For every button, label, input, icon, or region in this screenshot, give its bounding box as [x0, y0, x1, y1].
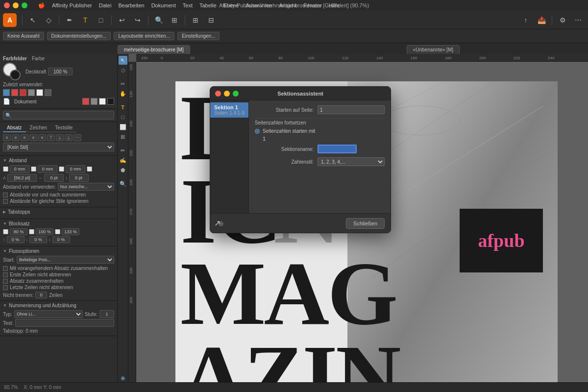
tool-crop[interactable]: ✂: [119, 79, 127, 88]
nummerierung-header[interactable]: ▼ Nummerierung und Aufzählung: [3, 303, 114, 308]
settings-btn[interactable]: ⚙: [556, 13, 569, 27]
tool-shape2[interactable]: □: [119, 113, 127, 122]
flow-cb-letzte[interactable]: [3, 285, 8, 290]
leading-input[interactable]: [69, 174, 89, 182]
blocksatz-header[interactable]: ▼ Blocksatz: [3, 221, 114, 226]
tool-text[interactable]: T: [78, 13, 92, 27]
doc-swatch-red[interactable]: [82, 98, 89, 105]
tab-absatz[interactable]: Absatz: [3, 124, 26, 132]
tool-node2[interactable]: ◇: [119, 66, 127, 74]
menu-dokument[interactable]: Dokument: [148, 1, 179, 9]
publish-btn[interactable]: 📤: [535, 13, 548, 27]
block-input-1[interactable]: [10, 228, 27, 235]
tab-unnamed[interactable]: «Unbenannte» [M]: [407, 45, 460, 54]
menu-datei[interactable]: Datei: [96, 1, 115, 9]
zoom-fit[interactable]: ⊞: [168, 13, 181, 27]
block-input-6[interactable]: [52, 236, 70, 243]
block-input-4[interactable]: [7, 236, 24, 243]
tool-arrow[interactable]: ↖: [119, 56, 127, 65]
flussoptionen-header[interactable]: ▼ Flussoptionen: [3, 248, 114, 254]
recent-color-blue[interactable]: [3, 89, 10, 96]
doc-swatch-gray[interactable]: [91, 98, 98, 105]
text-input[interactable]: [15, 319, 114, 327]
tool-pen[interactable]: ✒: [63, 13, 76, 27]
keine-auswahl-btn[interactable]: Keine Auswahl: [3, 32, 44, 40]
tool-fill[interactable]: ⬟: [119, 166, 127, 174]
sektionsname-input[interactable]: [318, 145, 357, 153]
recent-color-dark[interactable]: [45, 89, 51, 96]
block-input-2[interactable]: [36, 228, 53, 235]
menu-tabelle[interactable]: Tabelle: [196, 1, 220, 9]
tab-main-document[interactable]: mehrseitige-broschuere [M]: [118, 45, 190, 54]
tool-pencil[interactable]: ✍: [119, 156, 127, 165]
spacing-input-1[interactable]: [10, 165, 29, 173]
guide-btn[interactable]: ⊟: [204, 13, 218, 27]
style-select[interactable]: [Kein Stil]: [3, 143, 114, 151]
share-btn[interactable]: ↑: [519, 13, 533, 27]
redo-btn[interactable]: ↪: [131, 13, 145, 27]
section-item-1[interactable]: Sektion 1 Seiten 1-9 1-9: [210, 102, 248, 118]
tool-zoom[interactable]: 🔍: [119, 179, 127, 188]
align-mid[interactable]: ⊥: [56, 134, 64, 141]
tool-vector[interactable]: ✏: [119, 146, 127, 155]
zoom-in[interactable]: 🔍: [152, 13, 166, 27]
undo-btn[interactable]: ↩: [115, 13, 129, 27]
close-button[interactable]: [4, 2, 10, 8]
tabstopps-header[interactable]: ▶ Tabstopps: [3, 209, 114, 215]
align-right[interactable]: ≡: [21, 134, 28, 141]
align-force[interactable]: ≡: [38, 134, 46, 141]
spacing-input-3[interactable]: [66, 165, 85, 173]
nicht-trennen-input[interactable]: [35, 292, 47, 298]
align-justify[interactable]: ≡: [29, 134, 37, 141]
grid-btn[interactable]: ⊞: [189, 13, 202, 27]
doc-swatch-white[interactable]: [99, 98, 106, 105]
doc-swatch-black[interactable]: [107, 98, 114, 105]
recent-color-red2[interactable]: [20, 89, 26, 96]
tracking-input[interactable]: [44, 174, 64, 182]
flow-cb-erste[interactable]: [3, 272, 8, 277]
menu-text[interactable]: Text: [180, 1, 196, 9]
menu-affinity[interactable]: Affinity Publisher: [49, 1, 95, 9]
maximize-button[interactable]: [22, 2, 27, 8]
tab-textstile[interactable]: Textstile: [51, 124, 76, 132]
tool-select[interactable]: ↖: [26, 13, 40, 27]
tool-pan[interactable]: ✋: [119, 89, 127, 98]
dialog-close[interactable]: [215, 91, 221, 97]
typ-select[interactable]: Ohne Li...: [14, 310, 83, 318]
starten-auf-seite-input[interactable]: [318, 105, 385, 114]
color-circles[interactable]: [3, 63, 21, 80]
dialog-minimize[interactable]: [224, 91, 230, 97]
tab-zeichen[interactable]: Zeichen: [26, 124, 51, 132]
start-select[interactable]: Beliebige Posi...: [17, 256, 114, 264]
tool-table[interactable]: ⊞: [119, 132, 127, 141]
abstand-vor-select[interactable]: Nur zwische...: [58, 183, 114, 191]
cb-ignorieren[interactable]: [3, 199, 8, 204]
flow-cb-zusammenhalten[interactable]: [3, 266, 8, 271]
recent-color-white[interactable]: [36, 89, 43, 96]
more-btn[interactable]: ⋯: [571, 13, 585, 27]
cb-summieren[interactable]: [3, 193, 8, 197]
block-input-3[interactable]: [62, 228, 79, 235]
tool-node[interactable]: ◇: [42, 13, 55, 27]
tool-frame[interactable]: ⬜: [119, 122, 127, 131]
radio-starten-mit-dot[interactable]: [255, 129, 260, 134]
block-input-5[interactable]: [29, 236, 47, 243]
more-align[interactable]: ⋯: [74, 134, 81, 141]
dialog-zoom[interactable]: [233, 91, 239, 97]
menu-bearbeiten[interactable]: Bearbeiten: [115, 1, 147, 9]
align-bot[interactable]: ⊥: [65, 134, 73, 141]
tool-shape[interactable]: □: [94, 13, 108, 27]
layoutseite-btn[interactable]: Layoutseite einrichten...: [114, 32, 174, 40]
tool-type[interactable]: T: [119, 103, 127, 112]
search-input[interactable]: [3, 111, 114, 120]
align-left[interactable]: ≡: [3, 134, 11, 141]
recent-color-gray[interactable]: [28, 89, 35, 96]
align-center[interactable]: ≡: [12, 134, 20, 141]
deckkraft-input[interactable]: [48, 68, 73, 75]
fontsize-input[interactable]: [7, 174, 37, 182]
dokumenteinstellungen-btn[interactable]: Dokumenteinstellungen...: [47, 32, 111, 40]
spacing-input-2[interactable]: [38, 165, 57, 173]
recent-color-red1[interactable]: [11, 89, 18, 96]
abstand-header[interactable]: ▼ Abstand: [3, 158, 114, 163]
align-top[interactable]: ⊤: [47, 134, 55, 141]
